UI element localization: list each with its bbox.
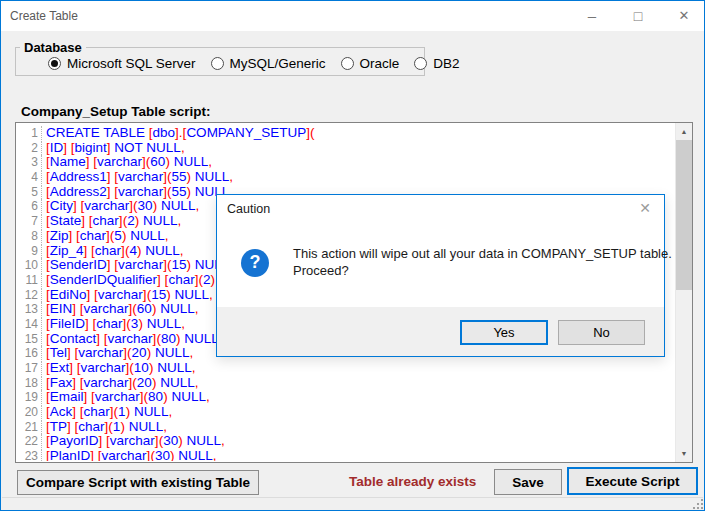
line-text: [Contact] [varchar](80) NULL,: [46, 331, 222, 346]
bottom-divider: [2, 497, 703, 498]
line-number: 2: [18, 141, 42, 155]
database-group-label: Database: [20, 40, 86, 55]
create-table-window: Create Table – □ ✕ Database Microsoft SQ…: [0, 0, 705, 511]
dialog-title: Caution: [227, 202, 270, 216]
line-text: [Tel] [varchar](20) NULL,: [46, 345, 193, 360]
line-number: 3: [18, 155, 42, 169]
line-text: [State] [char](2) NULL,: [46, 213, 181, 228]
line-number: 15: [18, 332, 42, 346]
resize-grip-icon[interactable]: [693, 499, 695, 501]
line-number: 11: [18, 273, 42, 287]
radio-label: Microsoft SQL Server: [67, 56, 196, 71]
close-icon[interactable]: ✕: [669, 4, 699, 28]
dialog-message-line2: Proceed?: [293, 263, 672, 280]
code-line: 2[ID] [bigint] NOT NULL,: [18, 140, 674, 155]
line-text: [Email] [varchar](80) NULL,: [46, 389, 210, 404]
line-text: [Zip] [char](5) NULL,: [46, 228, 168, 243]
line-text: [PayorID] [varchar](30) NULL,: [46, 433, 225, 448]
line-number: 19: [18, 390, 42, 404]
database-options: Microsoft SQL ServerMySQL/GenericOracleD…: [48, 56, 475, 71]
line-number: 8: [18, 229, 42, 243]
radio-label: DB2: [433, 56, 459, 71]
radio-oracle[interactable]: Oracle: [341, 56, 400, 71]
yes-button[interactable]: Yes: [460, 320, 548, 345]
minimize-icon[interactable]: –: [577, 4, 607, 28]
line-number: 5: [18, 185, 42, 199]
line-text: [Address1] [varchar](55) NULL,: [46, 169, 233, 184]
code-line: 3[Name] [varchar](60) NULL,: [18, 154, 674, 169]
line-text: [EdiNo] [varchar](15) NULL,: [46, 287, 213, 302]
code-line: 4[Address1] [varchar](55) NULL,: [18, 169, 674, 184]
save-button[interactable]: Save: [494, 469, 562, 495]
line-number: 22: [18, 434, 42, 448]
code-line: 19[Email] [varchar](80) NULL,: [18, 389, 674, 404]
line-number: 23: [18, 449, 42, 461]
line-number: 18: [18, 376, 42, 390]
line-text: [Zip_4] [char](4) NULL,: [46, 243, 183, 258]
line-number: 7: [18, 214, 42, 228]
script-section-label: Company_Setup Table script:: [21, 104, 211, 119]
line-number: 20: [18, 405, 42, 419]
code-line: 20[Ack] [char](1) NULL,: [18, 404, 674, 419]
line-text: [Name] [varchar](60) NULL,: [46, 154, 212, 169]
titlebar: Create Table – □ ✕: [1, 1, 704, 31]
radio-label: Oracle: [360, 56, 400, 71]
line-text: [Ext] [varchar](10) NULL,: [46, 360, 195, 375]
line-text: [SenderID] [varchar](15) NULL,: [46, 257, 233, 272]
line-number: 4: [18, 170, 42, 184]
line-number: 14: [18, 317, 42, 331]
execute-script-button[interactable]: Execute Script: [567, 467, 698, 495]
code-line: 18[Fax] [varchar](20) NULL,: [18, 375, 674, 390]
scrollbar-track[interactable]: ▲ ▼: [675, 123, 692, 462]
code-line: 17[Ext] [varchar](10) NULL,: [18, 360, 674, 375]
dialog-close-icon[interactable]: ✕: [636, 199, 654, 217]
question-mark-icon: ?: [241, 249, 269, 277]
radio-circle-icon: [341, 57, 354, 70]
line-number: 10: [18, 258, 42, 272]
scrollbar-down-icon[interactable]: ▼: [676, 445, 692, 462]
line-number: 13: [18, 302, 42, 316]
radio-circle-icon: [48, 57, 61, 70]
line-number: 16: [18, 346, 42, 360]
line-text: [Fax] [varchar](20) NULL,: [46, 375, 198, 390]
line-number: 1: [18, 126, 42, 140]
caution-dialog: Caution ✕ ? This action will wipe out al…: [216, 194, 665, 357]
line-text: [FileID] [char](3) NULL,: [46, 316, 185, 331]
code-line: 21[TP] [char](1) NULL,: [18, 419, 674, 434]
maximize-icon[interactable]: □: [623, 4, 653, 28]
code-line: 1CREATE TABLE [dbo].[COMPANY_SETUP](: [18, 125, 674, 140]
scrollbar-thumb[interactable]: [676, 140, 692, 290]
radio-circle-icon: [211, 57, 224, 70]
line-text: [TP] [char](1) NULL,: [46, 419, 167, 434]
scrollbar-up-icon[interactable]: ▲: [676, 123, 692, 140]
compare-script-button[interactable]: Compare Script with existing Table: [17, 470, 259, 495]
line-text: CREATE TABLE [dbo].[COMPANY_SETUP](: [46, 125, 314, 140]
radio-microsoft-sql-server[interactable]: Microsoft SQL Server: [48, 56, 196, 71]
radio-label: MySQL/Generic: [230, 56, 326, 71]
line-text: [PlanID] [varchar](30) NULL,: [46, 448, 216, 461]
line-text: [City] [varchar](30) NULL,: [46, 198, 199, 213]
dialog-message: This action will wipe out all your data …: [293, 246, 672, 279]
line-number: 9: [18, 244, 42, 258]
line-text: [ID] [bigint] NOT NULL,: [46, 140, 185, 155]
line-text: [Ack] [char](1) NULL,: [46, 404, 172, 419]
line-number: 12: [18, 288, 42, 302]
window-title: Create Table: [10, 9, 78, 23]
line-number: 17: [18, 361, 42, 375]
radio-mysql-generic[interactable]: MySQL/Generic: [211, 56, 326, 71]
line-number: 21: [18, 420, 42, 434]
status-text: Table already exists: [349, 474, 476, 489]
radio-circle-icon: [414, 57, 427, 70]
line-text: [Address2] [varchar](55) NULL,: [46, 184, 233, 199]
no-button[interactable]: No: [558, 320, 645, 345]
code-line: 23[PlanID] [varchar](30) NULL,: [18, 448, 674, 461]
dialog-message-line1: This action will wipe out all your data …: [293, 246, 672, 263]
line-number: 6: [18, 199, 42, 213]
radio-db2[interactable]: DB2: [414, 56, 459, 71]
code-line: 22[PayorID] [varchar](30) NULL,: [18, 433, 674, 448]
line-text: [EIN] [varchar](60) NULL,: [46, 301, 198, 316]
